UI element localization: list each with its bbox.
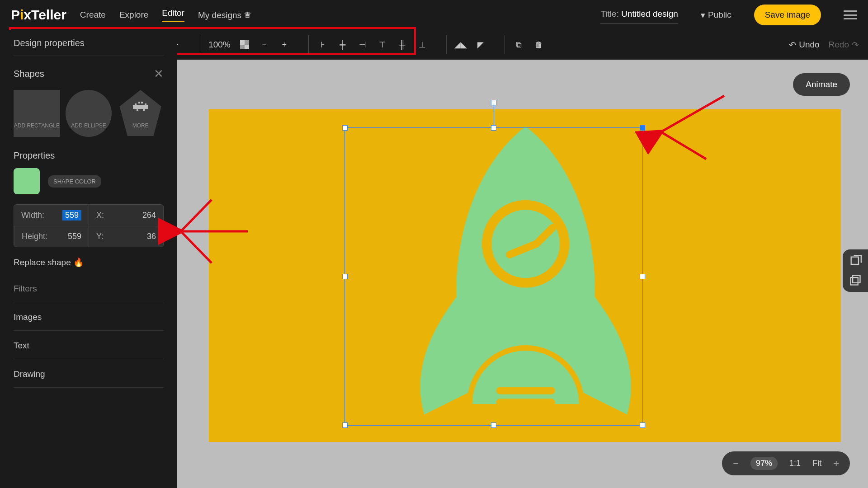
handle-se[interactable] <box>640 422 645 428</box>
handle-e[interactable] <box>640 274 645 279</box>
dimensions-grid: Width:559 X:264 Height:559 Y:36 <box>14 204 164 247</box>
svg-line-13 <box>181 231 212 263</box>
design-properties-link[interactable]: Design properties <box>14 30 164 56</box>
properties-section-title: Properties <box>14 137 164 168</box>
align-center-h-icon[interactable]: ╪ <box>337 39 349 51</box>
add-rectangle-button[interactable]: ADD RECTANGLE <box>14 90 60 137</box>
top-bar: PixTeller Create Explore Editor My desig… <box>0 0 868 30</box>
title-value: Untitled design <box>621 9 678 19</box>
handle-n[interactable] <box>491 125 496 131</box>
align-right-icon[interactable]: ⊣ <box>357 39 368 51</box>
shape-color-label: SHAPE COLOR <box>48 175 101 188</box>
side-float-panel <box>843 249 868 292</box>
nav-editor[interactable]: Editor <box>162 8 184 22</box>
width-field[interactable]: Width:559 <box>14 205 89 226</box>
logo: PixTeller <box>11 7 66 23</box>
shape-buttons-row: ADD RECTANGLE ADD ELLIPSE MORE <box>14 90 164 137</box>
handle-w[interactable] <box>342 274 348 279</box>
align-left-icon[interactable]: ⊦ <box>317 39 329 51</box>
animate-button[interactable]: Animate <box>793 73 850 96</box>
nav-explore[interactable]: Explore <box>119 10 148 20</box>
redo-button: Redo ↷ <box>829 40 859 50</box>
nav-create[interactable]: Create <box>80 10 106 20</box>
delete-icon[interactable]: 🗑 <box>533 39 545 51</box>
height-field[interactable]: Height:559 <box>14 226 89 247</box>
align-center-v-icon[interactable]: ╫ <box>396 39 408 51</box>
svg-rect-2 <box>240 40 245 45</box>
handle-sw[interactable] <box>342 422 348 428</box>
selection-box[interactable] <box>344 127 643 426</box>
zoom-fit-button[interactable]: Fit <box>812 459 821 468</box>
close-icon[interactable]: ✕ <box>154 67 164 81</box>
save-image-button[interactable]: Save image <box>754 5 821 25</box>
align-bottom-icon[interactable]: ⊥ <box>416 39 428 51</box>
menu-icon[interactable] <box>844 10 857 19</box>
opacity-value: 100% <box>208 40 231 50</box>
x-field[interactable]: X:264 <box>89 205 163 226</box>
canvas-area[interactable]: Animate <box>177 60 868 488</box>
zoom-oneone-button[interactable]: 1:1 <box>789 459 801 468</box>
svg-line-12 <box>181 200 212 231</box>
layers-icon[interactable] <box>849 274 862 286</box>
undo-button[interactable]: ↶ Undo <box>789 40 819 50</box>
top-nav: Create Explore Editor My designs ♛ <box>80 8 251 22</box>
zoom-in-button[interactable]: + <box>833 458 839 469</box>
replace-shape-link[interactable]: Replace shape 🔥 <box>14 247 164 274</box>
flip-h-icon[interactable]: ◢◣ <box>455 39 467 51</box>
invader-icon <box>133 102 148 113</box>
zoom-out-button[interactable]: − <box>733 458 739 469</box>
nav-mydesigns[interactable]: My designs ♛ <box>198 10 251 20</box>
flame-icon: 🔥 <box>73 258 84 267</box>
drawing-link[interactable]: Drawing <box>14 359 164 388</box>
text-link[interactable]: Text <box>14 331 164 359</box>
duplicate-icon[interactable]: ⧉ <box>513 39 525 51</box>
y-field[interactable]: Y:36 <box>89 226 163 247</box>
more-shapes-button[interactable]: MORE <box>117 90 164 137</box>
svg-rect-14 <box>851 257 859 264</box>
opacity-minus-icon[interactable]: − <box>259 39 270 51</box>
svg-rect-3 <box>245 45 249 49</box>
add-ellipse-button[interactable]: ADD ELLIPSE <box>66 90 112 137</box>
rotate-line <box>494 103 494 125</box>
svg-rect-16 <box>853 276 860 283</box>
handle-s[interactable] <box>491 422 496 428</box>
opacity-plus-icon[interactable]: + <box>278 39 290 51</box>
toolbar-right: ↶ Undo Redo ↷ <box>789 40 859 50</box>
filters-link[interactable]: Filters <box>14 274 164 302</box>
svg-rect-15 <box>851 277 858 285</box>
title-label: Title: <box>600 9 618 19</box>
images-link[interactable]: Images <box>14 302 164 331</box>
design-title[interactable]: Title: Untitled design <box>600 6 678 24</box>
sidebar: Design properties Shapes ✕ ADD RECTANGLE… <box>0 30 177 488</box>
opacity-icon[interactable] <box>239 39 250 51</box>
export-icon[interactable] <box>849 255 862 267</box>
zoom-bar: − 97% 1:1 Fit + <box>722 451 850 475</box>
visibility-dropdown[interactable]: ▾ Public <box>701 10 731 20</box>
handle-ne[interactable] <box>640 125 645 131</box>
align-top-icon[interactable]: ⊤ <box>377 39 388 51</box>
shapes-section-title: Shapes <box>14 69 44 79</box>
shape-color-swatch[interactable] <box>14 168 40 194</box>
zoom-value[interactable]: 97% <box>750 457 778 470</box>
flip-v-icon[interactable]: ◤ <box>475 39 486 51</box>
handle-nw[interactable] <box>342 125 348 131</box>
crown-icon: ♛ <box>244 10 251 20</box>
